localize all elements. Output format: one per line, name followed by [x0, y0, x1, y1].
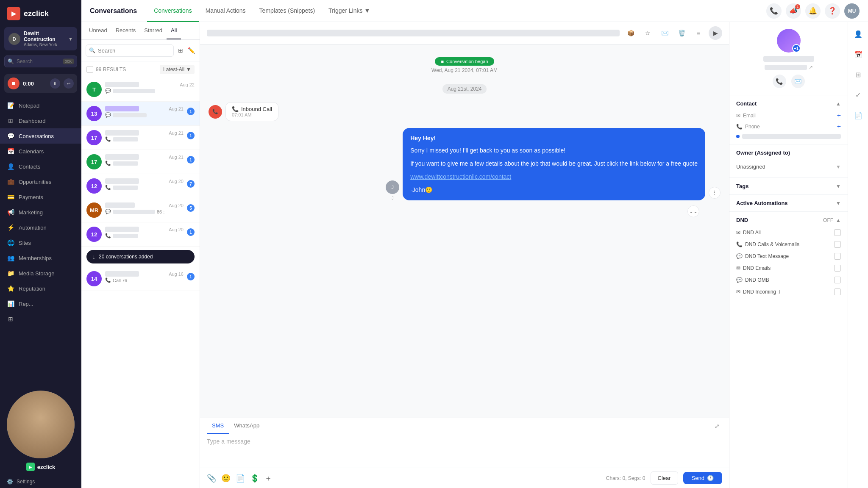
conv-sort-button[interactable]: Latest-All ▼: [160, 65, 195, 74]
sites-icon: 🌐: [7, 239, 14, 247]
tab-trigger-links[interactable]: Trigger Links ▼: [322, 0, 377, 22]
sidebar-item-marketing[interactable]: 📢 Marketing: [0, 205, 81, 220]
dnd-emails-checkbox[interactable]: [834, 265, 841, 272]
email-button[interactable]: ✉️: [658, 26, 671, 40]
external-link[interactable]: ↗: [765, 64, 813, 70]
phone-icon-btn[interactable]: 📞: [766, 3, 782, 19]
content-area: Unread Recents Starred All 🔍 ⊞: [81, 22, 868, 488]
archive-button[interactable]: 📦: [624, 26, 637, 40]
sidebar-item-media-storage[interactable]: 📁 Media Storage: [0, 266, 81, 281]
sidebar-item-memberships[interactable]: 👥 Memberships: [0, 250, 81, 266]
call-action-button[interactable]: 📞: [773, 75, 786, 88]
list-item[interactable]: MR Aug 20 💬 86 : 5: [81, 198, 200, 222]
dnd-gmb-checkbox[interactable]: [834, 277, 841, 283]
sidebar-item-reporting[interactable]: 📊 Rep...: [0, 296, 81, 311]
list-item[interactable]: 13 Aug 21 💬 1: [81, 102, 200, 126]
help-icon: ❓: [828, 7, 837, 15]
chat-input-area[interactable]: Type a message: [200, 434, 729, 468]
sidebar-item-notepad[interactable]: 📝 Notepad: [0, 98, 81, 113]
sidebar-item-automation[interactable]: ⚡ Automation: [0, 220, 81, 235]
tab-templates[interactable]: Templates (Snippets): [253, 0, 322, 22]
clear-button[interactable]: Clear: [651, 471, 678, 485]
conv-filter-button[interactable]: ⊞: [176, 44, 185, 57]
automations-section-header[interactable]: Active Automations ▼: [729, 195, 848, 211]
add-email-button[interactable]: +: [837, 112, 841, 119]
tab-whatsapp[interactable]: WhatsApp: [229, 418, 264, 434]
add-phone-button[interactable]: +: [837, 123, 841, 130]
icon-bar-calendar[interactable]: 📅: [851, 47, 865, 61]
conv-search-input[interactable]: [86, 44, 174, 57]
added-banner-text: 20 conversations added: [99, 254, 153, 260]
pause-button[interactable]: ⏸: [50, 78, 60, 89]
conv-tab-unread[interactable]: Unread: [85, 22, 111, 39]
delete-button[interactable]: 🗑️: [675, 26, 688, 40]
tab-sms[interactable]: SMS: [207, 418, 229, 434]
add-icon[interactable]: ＋: [264, 473, 272, 483]
unread-badge: 5: [187, 204, 195, 212]
bell-icon-btn[interactable]: 🔔: [805, 3, 821, 19]
list-item[interactable]: 17 Aug 21 📞 1: [81, 126, 200, 150]
conv-tab-recents[interactable]: Recents: [111, 22, 140, 39]
icon-bar-check[interactable]: ✓: [851, 88, 865, 102]
dollar-icon[interactable]: 💲: [250, 474, 259, 483]
recording-info: 0:00: [23, 80, 47, 87]
icon-bar-grid[interactable]: ⊞: [851, 68, 865, 81]
list-item[interactable]: T Aug 22 💬: [81, 78, 200, 102]
contact-section-header[interactable]: Contact ▲: [729, 95, 848, 112]
sidebar-item-sites[interactable]: 🌐 Sites: [0, 235, 81, 250]
forward-button[interactable]: ▶: [709, 26, 722, 40]
added-banner[interactable]: ↓ 20 conversations added: [86, 250, 195, 263]
dnd-calls-checkbox[interactable]: [834, 241, 841, 248]
select-all-checkbox[interactable]: [86, 66, 93, 73]
sidebar-item-payments[interactable]: 💳 Payments: [0, 189, 81, 205]
tab-conversations[interactable]: Conversations: [147, 0, 199, 22]
conv-tab-all[interactable]: All: [167, 22, 181, 39]
filter-button[interactable]: ≡: [692, 26, 705, 40]
conv-edit-button[interactable]: ✏️: [187, 44, 196, 57]
chat-icon: 💬: [105, 209, 111, 214]
sidebar-settings[interactable]: ⚙️ Settings: [0, 475, 81, 488]
icon-bar-contact[interactable]: 👤: [851, 27, 865, 41]
expand-chat-button[interactable]: ⤢: [712, 421, 722, 431]
user-avatar[interactable]: MU: [844, 3, 860, 19]
list-item[interactable]: 17 Aug 21 📞 1: [81, 150, 200, 174]
template-icon[interactable]: 📄: [236, 474, 245, 483]
message-bubble: Hey Hey! Sorry I missed you! I'll get ba…: [403, 128, 705, 200]
dnd-incoming-checkbox[interactable]: [834, 288, 841, 295]
list-item[interactable]: 12 Aug 20 📞 1: [81, 222, 200, 247]
sidebar-item-conversations[interactable]: 💬 Conversations: [0, 128, 81, 144]
conv-name: [105, 271, 139, 277]
help-icon-btn[interactable]: ❓: [825, 3, 840, 19]
dnd-text-checkbox[interactable]: [834, 253, 841, 260]
send-button[interactable]: Send 🕐: [683, 472, 722, 484]
collapse-button[interactable]: ⌄⌄: [687, 205, 699, 217]
list-item[interactable]: 14 Aug 16 📞 Call 76 1: [81, 267, 200, 291]
icon-bar-document[interactable]: 📄: [851, 108, 865, 122]
record-button[interactable]: ⏹: [8, 78, 19, 89]
message-link[interactable]: www.dewittconstructionllc.com/contact: [410, 173, 511, 180]
expand-message-button[interactable]: ⋮: [709, 187, 721, 199]
sidebar-logo: ▶ ezclick: [0, 0, 81, 27]
phone-dot: [736, 135, 740, 138]
email-action-button[interactable]: ✉️: [791, 75, 805, 88]
account-switcher[interactable]: D Dewitt Construction Adams, New York ▼: [4, 27, 77, 50]
sidebar-item-reputation[interactable]: ⭐ Reputation: [0, 281, 81, 296]
tab-manual-actions[interactable]: Manual Actions: [199, 0, 253, 22]
emoji-icon[interactable]: 🙂: [221, 474, 231, 483]
sidebar-item-dashboard[interactable]: ⊞ Dashboard: [0, 113, 81, 128]
megaphone-icon-btn[interactable]: 📣 1: [786, 3, 801, 19]
dnd-info-icon[interactable]: ℹ: [779, 289, 780, 295]
attachment-icon[interactable]: 📎: [207, 474, 216, 483]
sidebar-item-contacts[interactable]: 👤 Contacts: [0, 159, 81, 174]
tags-section-header[interactable]: Tags ▼: [729, 178, 848, 194]
conv-name: [105, 202, 135, 208]
list-item[interactable]: 12 Aug 20 📞 7: [81, 174, 200, 198]
sidebar-item-calendars[interactable]: 📅 Calendars: [0, 144, 81, 159]
star-button[interactable]: ☆: [641, 26, 654, 40]
dnd-all-checkbox[interactable]: [834, 229, 841, 236]
conv-tab-starred[interactable]: Starred: [140, 22, 167, 39]
sidebar-item-apps[interactable]: ⊞: [0, 311, 81, 327]
back-button[interactable]: ↩: [64, 78, 74, 89]
owner-select[interactable]: Unassigned ▼: [736, 161, 841, 172]
sidebar-item-opportunities[interactable]: 💼 Opportunities: [0, 174, 81, 189]
